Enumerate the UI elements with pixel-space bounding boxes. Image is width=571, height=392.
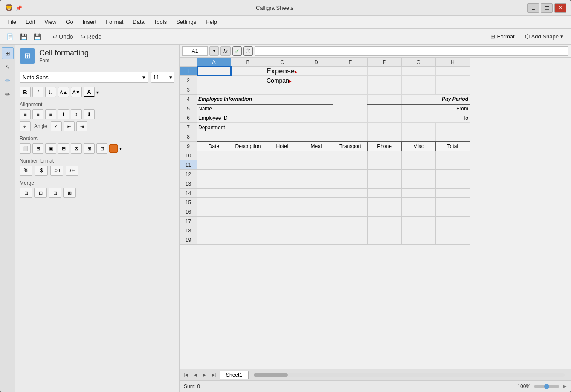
cell-E17[interactable] <box>333 217 368 226</box>
cell-H19[interactable] <box>436 235 470 245</box>
chevron-down-icon[interactable]: ▾ <box>96 90 99 95</box>
cell-B15[interactable] <box>231 198 265 207</box>
next-sheet-button[interactable]: ▶ <box>201 371 209 379</box>
cell-C5[interactable] <box>265 104 299 113</box>
cell-F12[interactable] <box>368 170 402 179</box>
cell-H7[interactable] <box>436 123 470 132</box>
cell-H12[interactable] <box>436 170 470 179</box>
border-all-button[interactable]: ⊞ <box>32 143 43 154</box>
cell-F14[interactable] <box>368 189 402 198</box>
cell-A4[interactable]: Employee Information <box>197 95 333 104</box>
cell-G3[interactable] <box>402 85 436 95</box>
cell-G12[interactable] <box>402 170 436 179</box>
cell-A5[interactable]: Name <box>197 104 231 113</box>
align-top-button[interactable]: ⬆ <box>58 109 69 119</box>
undo-button[interactable]: ↩ Undo <box>49 31 76 42</box>
menu-view[interactable]: View <box>40 18 61 26</box>
cell-G8[interactable] <box>402 132 436 142</box>
decimal-button[interactable]: .00 <box>50 166 63 176</box>
cell-A13[interactable] <box>197 179 231 189</box>
bold-button[interactable]: B <box>20 87 31 97</box>
underline-button[interactable]: U <box>45 87 56 97</box>
cell-F1[interactable] <box>368 67 402 76</box>
cell-C14[interactable] <box>265 189 299 198</box>
row-header-1[interactable]: 1 <box>180 67 197 76</box>
cell-C10[interactable] <box>265 151 299 160</box>
new-button[interactable]: 📄 <box>4 31 16 42</box>
cell-G17[interactable] <box>402 217 436 226</box>
font-size-select[interactable]: 11 ▾ <box>151 72 174 83</box>
cell-E5[interactable] <box>333 104 368 113</box>
cell-G7[interactable] <box>402 123 436 132</box>
add-shape-button[interactable]: ⬡ Add Shape ▾ <box>521 32 567 41</box>
cell-E15[interactable] <box>333 198 368 207</box>
maximize-button[interactable]: 🗖 <box>541 3 553 13</box>
cell-G1[interactable] <box>402 67 436 76</box>
cell-F7[interactable] <box>368 123 402 132</box>
row-header-3[interactable]: 3 <box>180 85 197 95</box>
angle-button[interactable]: ∠ <box>51 121 62 131</box>
cell-D15[interactable] <box>299 198 333 207</box>
cell-D6[interactable] <box>299 113 333 123</box>
cell-nav-button[interactable]: ▾ <box>209 46 219 56</box>
cell-E1[interactable] <box>333 67 368 76</box>
zoom-handle[interactable] <box>544 384 549 389</box>
cell-C9[interactable]: Hotel <box>265 142 299 151</box>
cell-E18[interactable] <box>333 226 368 235</box>
cell-H16[interactable] <box>436 207 470 217</box>
italic-button[interactable]: I <box>32 87 43 97</box>
row-header-18[interactable]: 18 <box>180 226 197 235</box>
percent-button[interactable]: % <box>20 166 32 176</box>
border-thick-button[interactable]: ⊠ <box>71 143 82 154</box>
cell-E6[interactable] <box>333 113 368 123</box>
cell-D11[interactable] <box>299 160 333 170</box>
cell-A14[interactable] <box>197 189 231 198</box>
cell-C12[interactable] <box>265 170 299 179</box>
cell-E2[interactable] <box>333 76 368 85</box>
cell-A6[interactable]: Employee ID <box>197 113 231 123</box>
cell-B14[interactable] <box>231 189 265 198</box>
menu-file[interactable]: File <box>3 18 20 26</box>
cell-B3[interactable] <box>231 85 265 95</box>
cell-B11[interactable] <box>231 160 265 170</box>
format-button[interactable]: ⊞ Format <box>487 32 518 41</box>
cell-D17[interactable] <box>299 217 333 226</box>
cell-G11[interactable] <box>402 160 436 170</box>
cell-E16[interactable] <box>333 207 368 217</box>
row-header-17[interactable]: 17 <box>180 217 197 226</box>
row-header-14[interactable]: 14 <box>180 189 197 198</box>
cell-D7[interactable] <box>299 123 333 132</box>
cell-F18[interactable] <box>368 226 402 235</box>
cell-G19[interactable] <box>402 235 436 245</box>
horizontal-scrollbar[interactable] <box>254 373 565 377</box>
cell-E13[interactable] <box>333 179 368 189</box>
cell-A15[interactable] <box>197 198 231 207</box>
cell-D8[interactable] <box>299 132 333 142</box>
border-color-button[interactable] <box>109 144 118 153</box>
cell-F17[interactable] <box>368 217 402 226</box>
cell-G10[interactable] <box>402 151 436 160</box>
cell-E9[interactable]: Transport <box>333 142 368 151</box>
cell-F2[interactable] <box>368 76 402 85</box>
row-header-2[interactable]: 2 <box>180 76 197 85</box>
col-header-E[interactable]: E <box>333 58 368 67</box>
cell-D10[interactable] <box>299 151 333 160</box>
indent-left-button[interactable]: ⇤ <box>64 121 75 131</box>
col-header-B[interactable]: B <box>231 58 265 67</box>
chevron-down-icon[interactable]: ▾ <box>119 146 122 151</box>
cell-H1[interactable] <box>436 67 470 76</box>
cell-B17[interactable] <box>231 217 265 226</box>
cell-B6[interactable] <box>231 113 265 123</box>
menu-edit[interactable]: Edit <box>21 18 39 26</box>
unmerge-button[interactable]: ⊠ <box>63 188 76 198</box>
cell-C16[interactable] <box>265 207 299 217</box>
cell-E7[interactable] <box>333 123 368 132</box>
confirm-button[interactable]: ✓ <box>232 46 242 56</box>
indent-right-button[interactable]: ⇥ <box>76 121 87 131</box>
row-header-8[interactable]: 8 <box>180 132 197 142</box>
merge-vertical-button[interactable]: ⊞ <box>49 188 61 198</box>
save-dropdown-button[interactable]: 💾 <box>17 31 29 42</box>
cell-C13[interactable] <box>265 179 299 189</box>
cell-E12[interactable] <box>333 170 368 179</box>
cell-B10[interactable] <box>231 151 265 160</box>
